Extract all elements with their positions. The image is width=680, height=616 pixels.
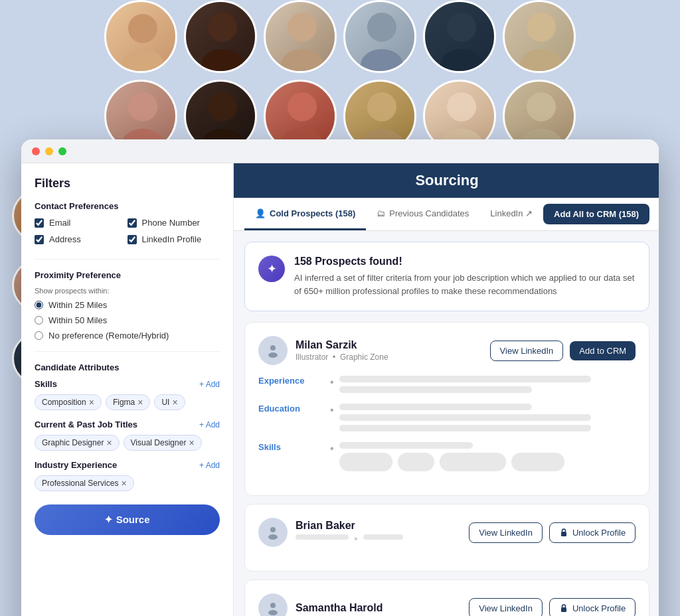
svg-rect-2	[106, 2, 177, 73]
address-checkbox[interactable]	[35, 235, 44, 244]
profile-photo-3	[264, 0, 337, 73]
samantha-view-linkedin-button[interactable]: View LinkedIn	[469, 598, 543, 617]
candidate-card-brian: Brian Baker • View LinkedIn	[244, 504, 649, 572]
banner-title: 158 Prospects found!	[294, 256, 636, 268]
skeleton-4	[339, 414, 592, 421]
experience-label: Experience	[258, 376, 325, 386]
samantha-actions: View LinkedIn Unlock Profile	[469, 598, 636, 617]
proximity-50-label: Within 50 Miles	[48, 315, 107, 325]
window-dot-yellow[interactable]	[45, 147, 53, 155]
profile-photo-2	[184, 0, 257, 73]
job-tag-graphic-designer: Graphic Designer ×	[35, 435, 120, 451]
lock-icon-samantha	[559, 603, 568, 613]
brian-view-linkedin-button[interactable]: View LinkedIn	[469, 522, 543, 543]
window-dot-green[interactable]	[58, 147, 66, 155]
tab-linkedin[interactable]: LinkedIn ↗	[479, 198, 543, 230]
samantha-left: Samantha Harold	[258, 593, 383, 616]
skeleton-tag-1	[339, 453, 392, 471]
job-tag-graphic-remove[interactable]: ×	[106, 438, 112, 447]
brian-unlock-profile-button[interactable]: Unlock Profile	[549, 522, 636, 543]
tab-previous-candidates[interactable]: 🗂 Previous Candidates	[366, 198, 479, 230]
svg-point-21	[447, 92, 476, 121]
contact-prefs-grid: Email Phone Number Address LinkedIn Prof…	[35, 218, 220, 248]
candidate-card-milan: Milan Sarzik Illustrator • Graphic Zone …	[244, 322, 649, 496]
samantha-unlock-profile-button[interactable]: Unlock Profile	[549, 598, 636, 617]
skills-label: Skills	[35, 379, 57, 389]
skeleton-tags-row	[339, 453, 636, 471]
skeleton-5	[339, 425, 592, 431]
candidate-card-samantha: Samantha Harold View LinkedIn Unlock Pro…	[244, 579, 649, 616]
proximity-25-radio[interactable]	[35, 301, 43, 309]
job-tag-visual-designer: Visual Designer ×	[124, 435, 202, 451]
skill-tag-ui: UI ×	[154, 394, 185, 410]
svg-point-13	[128, 92, 157, 121]
svg-point-10	[440, 49, 483, 73]
job-titles-tags: Graphic Designer × Visual Designer ×	[35, 435, 220, 451]
window-titlebar	[21, 139, 659, 163]
sidebar: Filters Contact Preferences Email Phone …	[21, 163, 234, 616]
svg-point-36	[270, 603, 276, 608]
proximity-50-row: Within 50 Miles	[35, 315, 220, 325]
skeleton-tag-3	[440, 453, 506, 471]
svg-point-31	[270, 345, 276, 350]
experience-content	[339, 376, 636, 397]
skills-add-link[interactable]: + Add	[199, 380, 220, 389]
linkedin-label: LinkedIn ↗	[490, 208, 533, 218]
phone-label: Phone Number	[142, 218, 200, 228]
samantha-name: Samantha Harold	[296, 602, 383, 614]
svg-point-17	[288, 92, 317, 121]
proximity-50-radio[interactable]	[35, 316, 43, 325]
svg-point-4	[201, 49, 244, 73]
proximity-remote-radio[interactable]	[35, 331, 43, 340]
skill-tag-ui-remove[interactable]: ×	[172, 398, 177, 407]
svg-point-3	[208, 13, 237, 42]
source-button[interactable]: ✦ Source	[35, 504, 220, 535]
proximity-title: Proximity Preference	[35, 270, 220, 280]
skill-tag-composition-remove[interactable]: ×	[89, 398, 94, 407]
skills-detail-label: Skills	[258, 442, 325, 452]
milan-view-linkedin-button[interactable]: View LinkedIn	[490, 341, 564, 361]
samantha-info: Samantha Harold	[296, 602, 383, 614]
job-titles-add-link[interactable]: + Add	[199, 420, 220, 429]
brian-left: Brian Baker •	[258, 518, 403, 547]
industry-label: Industry Experience	[35, 460, 117, 470]
milan-education-row: Education •	[258, 404, 636, 435]
profile-photo-1	[104, 0, 177, 73]
linkedin-profile-checkbox[interactable]	[128, 235, 137, 244]
proximity-remote-label: No preference (Remote/Hybrid)	[48, 331, 169, 341]
milan-add-to-crm-button[interactable]: Add to CRM	[570, 341, 636, 360]
contact-pref-phone: Phone Number	[128, 218, 220, 228]
industry-tag-prof-services: Professional Services ×	[35, 475, 134, 491]
tab-cold-prospects[interactable]: 👤 Cold Prospects (158)	[244, 198, 366, 230]
brian-company-skeleton	[363, 534, 403, 540]
job-titles-label: Current & Past Job Titles	[35, 420, 137, 429]
proximity-25-label: Within 25 Miles	[48, 300, 107, 310]
svg-point-32	[268, 352, 278, 358]
main-content: Sourcing 👤 Cold Prospects (158) 🗂 Previo…	[234, 163, 659, 616]
add-all-crm-button[interactable]: Add All to CRM (158)	[543, 204, 649, 224]
contact-pref-address: Address	[35, 234, 128, 244]
proximity-25-row: Within 25 Miles	[35, 300, 220, 310]
svg-rect-35	[561, 532, 566, 536]
window-dot-red[interactable]	[32, 147, 40, 155]
milan-left: Milan Sarzik Illustrator • Graphic Zone	[258, 336, 388, 365]
banner-description: AI inferred a set of filter criteria fro…	[294, 271, 636, 297]
svg-point-37	[268, 610, 278, 615]
svg-point-6	[281, 49, 323, 73]
email-label: Email	[49, 218, 71, 228]
cold-prospects-label: Cold Prospects (158)	[270, 208, 355, 218]
skeleton-2	[339, 386, 532, 393]
lock-icon-brian	[559, 528, 568, 537]
prospects-banner: ✦ 158 Prospects found! AI inferred a set…	[244, 242, 649, 311]
phone-checkbox[interactable]	[128, 218, 137, 228]
industry-add-link[interactable]: + Add	[199, 461, 220, 470]
tabs-container: 👤 Cold Prospects (158) 🗂 Previous Candid…	[244, 198, 543, 230]
email-checkbox[interactable]	[35, 218, 44, 228]
industry-tag-remove[interactable]: ×	[121, 479, 126, 488]
job-tag-visual-remove[interactable]: ×	[189, 438, 194, 447]
tabs-bar: 👤 Cold Prospects (158) 🗂 Previous Candid…	[234, 198, 659, 231]
contact-prefs-title: Contact Preferences	[35, 201, 220, 211]
skill-tag-figma-remove[interactable]: ×	[137, 398, 143, 407]
svg-point-15	[208, 92, 237, 121]
milan-skills-row: Skills •	[258, 442, 636, 475]
